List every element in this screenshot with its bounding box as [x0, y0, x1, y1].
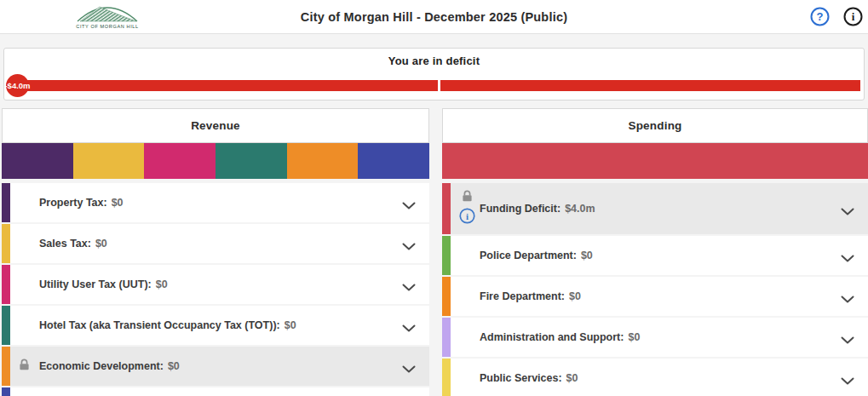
spending-row[interactable]: iFunding Deficit:$4.0m — [442, 183, 868, 234]
category-color-strip — [442, 236, 451, 275]
strip-segment — [287, 143, 359, 179]
strip-segment — [442, 143, 868, 179]
chevron-down-icon[interactable] — [402, 362, 416, 377]
item-label: Property Tax: — [39, 197, 107, 209]
lock-icon — [19, 359, 30, 374]
item-value: $0 — [112, 197, 124, 209]
spending-row[interactable]: Public Services:$0 — [442, 359, 868, 396]
strip-segment — [216, 143, 287, 179]
revenue-row[interactable]: Property Tax:$0 — [2, 183, 429, 222]
deficit-bar-fill — [8, 80, 860, 91]
deficit-bar: -$4.0m — [4, 74, 864, 98]
chevron-down-icon[interactable] — [402, 280, 416, 296]
chevron-down-icon[interactable] — [841, 204, 854, 220]
category-color-strip — [2, 265, 10, 304]
chevron-down-icon[interactable] — [402, 239, 416, 255]
category-color-strip — [2, 387, 10, 396]
item-value: $0 — [628, 331, 640, 343]
revenue-row[interactable]: Hotel Tax (aka Transient Occupancy Tax (… — [2, 306, 429, 345]
revenue-column: Revenue Property Tax:$0Sales Tax:$0Utili… — [2, 108, 429, 396]
item-label: Public Services: — [480, 372, 562, 384]
strip-segment — [2, 143, 73, 179]
deficit-banner: You are in deficit -$4.0m — [3, 48, 865, 100]
chevron-down-icon[interactable] — [402, 198, 416, 214]
item-label: Utility User Tax (UUT): — [39, 278, 152, 290]
item-label: Police Department: — [480, 250, 577, 261]
chevron-down-icon[interactable] — [841, 374, 854, 389]
app-header: CITY OF MORGAN HILL City of Morgan Hill … — [0, 0, 868, 34]
lock-icon — [462, 190, 473, 205]
item-value: $0 — [569, 290, 581, 302]
item-value: $0 — [95, 238, 107, 250]
revenue-color-strip — [2, 143, 429, 179]
item-value: $0 — [581, 250, 593, 261]
page-title: City of Morgan Hill - December 2025 (Pub… — [0, 0, 868, 34]
revenue-row[interactable]: Utility User Tax (UUT):$0 — [2, 265, 429, 304]
revenue-header: Revenue — [2, 108, 429, 143]
spending-header: Spending — [442, 108, 868, 143]
item-label: Sales Tax: — [39, 238, 91, 250]
item-value: $0 — [168, 360, 180, 372]
category-color-strip — [442, 277, 451, 316]
chevron-down-icon[interactable] — [402, 321, 416, 336]
item-label: Economic Development: — [39, 360, 164, 372]
deficit-bar-divider — [438, 80, 440, 91]
item-value: $0 — [156, 278, 168, 290]
spending-column: Spending iFunding Deficit:$4.0mPolice De… — [442, 108, 868, 396]
category-color-strip — [442, 359, 451, 396]
spending-color-strip — [442, 143, 868, 179]
strip-segment — [358, 143, 429, 179]
svg-text:i: i — [852, 10, 855, 23]
chevron-down-icon[interactable] — [841, 292, 854, 307]
spending-row[interactable]: Fire Department:$0 — [442, 277, 868, 316]
category-color-strip — [2, 183, 10, 222]
item-label: Hotel Tax (aka Transient Occupancy Tax (… — [39, 319, 280, 331]
chevron-down-icon[interactable] — [841, 333, 854, 348]
item-value: $4.0m — [565, 203, 595, 215]
category-color-strip — [2, 224, 10, 263]
info-circle-icon[interactable]: i — [459, 208, 475, 227]
svg-text:?: ? — [817, 10, 824, 23]
revenue-row[interactable]: Economic Development:$0 — [2, 347, 429, 386]
spending-row[interactable]: Administration and Support:$0 — [442, 318, 868, 357]
category-color-strip — [2, 306, 10, 345]
help-icon[interactable]: ? — [810, 7, 830, 26]
chevron-down-icon[interactable] — [841, 251, 854, 267]
strip-segment — [144, 143, 216, 179]
svg-text:i: i — [466, 211, 468, 221]
item-value: $0 — [285, 319, 296, 331]
revenue-row — [2, 387, 429, 396]
info-icon[interactable]: i — [843, 7, 863, 26]
deficit-amount-badge: -$4.0m — [6, 74, 29, 97]
category-color-strip — [442, 318, 451, 357]
revenue-row[interactable]: Sales Tax:$0 — [2, 224, 429, 263]
item-label: Administration and Support: — [480, 331, 624, 343]
deficit-message: You are in deficit — [4, 49, 864, 67]
item-label: Funding Deficit: — [480, 203, 560, 215]
strip-segment — [73, 143, 145, 179]
spending-row[interactable]: Police Department:$0 — [442, 236, 868, 275]
item-label: Fire Department: — [480, 290, 565, 302]
item-value: $0 — [566, 372, 578, 384]
category-color-strip — [442, 183, 451, 234]
category-color-strip — [2, 347, 10, 386]
